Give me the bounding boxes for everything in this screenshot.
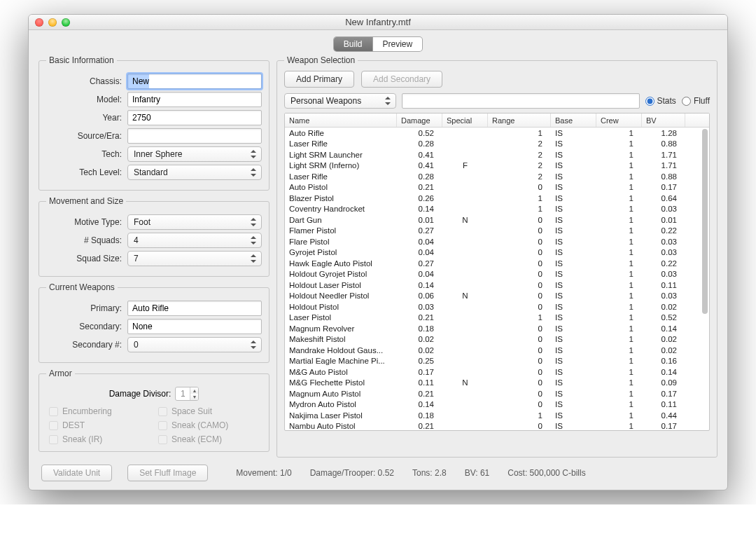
col-special[interactable]: Special <box>442 114 488 127</box>
label-chassis: Chassis: <box>46 76 122 86</box>
armor-check-4[interactable]: Sneak (IR) <box>49 434 150 444</box>
validate-button[interactable]: Validate Unit <box>41 465 112 481</box>
table-row[interactable]: Makeshift Pistol0.020IS10.02 <box>285 334 701 345</box>
legend-weapon: Weapon Selection <box>284 55 358 65</box>
table-row[interactable]: Blazer Pistol0.261IS10.64 <box>285 193 701 204</box>
year-input[interactable] <box>127 110 262 125</box>
tab-build[interactable]: Build <box>334 37 372 51</box>
armor-check-2[interactable]: DEST <box>49 420 150 430</box>
fieldset-movement: Movement and Size Motive Type: Foot # Sq… <box>38 196 270 277</box>
label-motive: Motive Type: <box>46 217 122 227</box>
chassis-input[interactable] <box>127 74 262 89</box>
col-damage[interactable]: Damage <box>397 114 442 127</box>
stat-bv: BV: 61 <box>465 468 490 478</box>
weapon-table: NameDamageSpecialRangeBaseCrewBV Auto Ri… <box>284 113 710 431</box>
table-row[interactable]: Martial Eagle Machine Pi...0.250IS10.16 <box>285 356 701 367</box>
label-techlevel: Tech Level: <box>46 167 122 177</box>
legend-movement: Movement and Size <box>46 196 126 206</box>
stepper-up-icon[interactable]: ▲ <box>190 387 198 394</box>
table-row[interactable]: Auto Rifle0.521IS11.28 <box>285 128 701 139</box>
table-row[interactable]: M&G Auto Pistol0.170IS10.14 <box>285 366 701 378</box>
label-tech: Tech: <box>46 149 122 159</box>
table-row[interactable]: Light SRM (Inferno)0.41F2IS11.71 <box>285 160 701 172</box>
table-row[interactable]: Gyrojet Pistol0.040IS10.03 <box>285 247 701 259</box>
col-bv[interactable]: BV <box>642 114 685 127</box>
weapon-search-input[interactable] <box>402 93 640 109</box>
add-primary-button[interactable]: Add Primary <box>284 71 354 88</box>
divisor-stepper[interactable]: ▲▼ <box>175 387 199 401</box>
label-secondary: Secondary: <box>46 322 122 331</box>
close-icon[interactable] <box>35 18 43 27</box>
table-row[interactable]: Holdout Needler Pistol0.06N0IS10.03 <box>285 291 701 302</box>
source-input[interactable] <box>127 128 262 144</box>
fieldset-basic: Basic Information Chassis: Model: Year: … <box>38 55 270 191</box>
radio-stats[interactable]: Stats <box>645 96 676 106</box>
table-row[interactable]: Holdout Pistol0.030IS10.02 <box>285 301 701 312</box>
col-crew[interactable]: Crew <box>596 114 642 127</box>
table-row[interactable]: Coventry Handrocket0.141IS10.03 <box>285 204 701 215</box>
legend-current: Current Weapons <box>46 282 118 292</box>
label-year: Year: <box>46 113 122 123</box>
primary-input[interactable] <box>127 301 262 316</box>
label-primary: Primary: <box>46 303 122 313</box>
minimize-icon[interactable] <box>48 18 57 27</box>
table-row[interactable]: Mandrake Holdout Gaus...0.020IS10.02 <box>285 345 701 356</box>
table-row[interactable]: Holdout Laser Pistol0.140IS10.11 <box>285 280 701 291</box>
armor-check-1[interactable]: Space Suit <box>158 406 259 416</box>
techlevel-select[interactable]: Standard <box>127 165 262 180</box>
stat-dmg: Damage/Trooper: 0.52 <box>310 468 394 478</box>
squads-select[interactable]: 4 <box>127 233 262 248</box>
radio-fluff[interactable]: Fluff <box>682 96 710 106</box>
table-row[interactable]: Magnum Auto Pistol0.210IS10.17 <box>285 388 701 399</box>
secondaryn-select[interactable]: 0 <box>127 337 262 352</box>
table-row[interactable]: Hawk Eagle Auto Pistol0.270IS10.22 <box>285 258 701 269</box>
secondary-input[interactable] <box>127 319 262 334</box>
add-secondary-button[interactable]: Add Secondary <box>361 71 442 88</box>
table-row[interactable]: M&G Flechette Pistol0.11N0IS10.09 <box>285 378 701 389</box>
table-row[interactable]: Laser Rifle0.282IS10.88 <box>285 139 701 150</box>
table-row[interactable]: Nakjima Laser Pistol0.181IS10.44 <box>285 410 701 421</box>
weapon-category-select[interactable]: Personal Weapons <box>284 93 396 109</box>
table-row[interactable]: Nambu Auto Pistol0.210IS10.17 <box>285 421 701 431</box>
squadsize-select[interactable]: 7 <box>127 251 262 266</box>
tab-preview[interactable]: Preview <box>372 37 423 51</box>
table-row[interactable]: Auto Pistol0.210IS10.17 <box>285 182 701 193</box>
table-row[interactable]: Light SRM Launcher0.412IS11.71 <box>285 149 701 160</box>
armor-check-5[interactable]: Sneak (ECM) <box>158 434 259 444</box>
table-row[interactable]: Laser Pistol0.211IS10.52 <box>285 312 701 324</box>
armor-check-3[interactable]: Sneak (CAMO) <box>158 420 259 430</box>
armor-check-0[interactable]: Encumbering <box>49 406 150 416</box>
col-range[interactable]: Range <box>488 114 551 127</box>
tech-select[interactable]: Inner Sphere <box>127 146 262 162</box>
footer: Validate Unit Set Fluff Image Movement: … <box>38 458 718 484</box>
table-row[interactable]: Dart Gun0.01N0IS10.01 <box>285 214 701 226</box>
col-name[interactable]: Name <box>285 114 397 127</box>
zoom-icon[interactable] <box>62 18 70 27</box>
table-row[interactable]: Flamer Pistol0.270IS10.22 <box>285 226 701 237</box>
table-row[interactable]: Mydron Auto Pistol0.140IS10.11 <box>285 399 701 411</box>
label-source: Source/Era: <box>46 131 122 141</box>
label-secondaryn: Secondary #: <box>46 340 122 350</box>
legend-basic: Basic Information <box>46 55 117 65</box>
legend-armor: Armor <box>46 369 75 378</box>
label-squadsize: Squad Size: <box>46 254 122 263</box>
stepper-down-icon[interactable]: ▼ <box>190 394 198 400</box>
label-divisor: Damage Divisor: <box>109 389 172 399</box>
table-row[interactable]: Holdout Gyrojet Pistol0.040IS10.03 <box>285 269 701 280</box>
stat-movement: Movement: 1/0 <box>236 468 291 478</box>
fieldset-current: Current Weapons Primary: Secondary: Seco… <box>38 282 270 363</box>
app-window: New Infantry.mtf Build Preview Basic Inf… <box>28 14 728 490</box>
label-squads: # Squads: <box>46 235 122 245</box>
table-row[interactable]: Flare Pistol0.040IS10.03 <box>285 236 701 247</box>
window-title: New Infantry.mtf <box>29 17 727 27</box>
table-row[interactable]: Laser Rifle0.282IS10.88 <box>285 171 701 182</box>
table-row[interactable]: Magnum Revolver0.180IS10.14 <box>285 323 701 334</box>
model-input[interactable] <box>127 92 262 107</box>
set-fluff-button[interactable]: Set Fluff Image <box>127 465 208 481</box>
scrollbar[interactable] <box>702 129 708 427</box>
divisor-value[interactable] <box>176 389 190 399</box>
motive-select[interactable]: Foot <box>127 214 262 230</box>
col-base[interactable]: Base <box>551 114 596 127</box>
titlebar: New Infantry.mtf <box>29 15 727 30</box>
tab-segment: Build Preview <box>334 37 422 51</box>
